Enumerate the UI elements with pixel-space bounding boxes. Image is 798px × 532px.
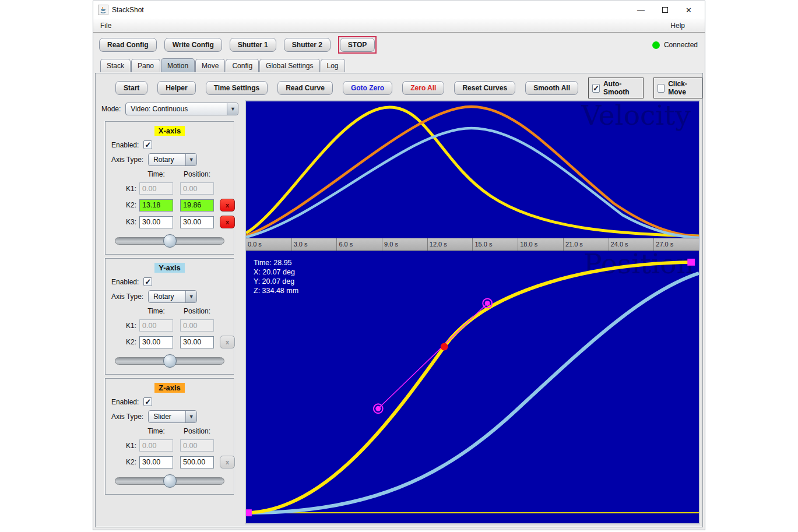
- tab-pano[interactable]: Pano: [131, 59, 160, 72]
- bezier-handle-line: [378, 303, 487, 408]
- app-window: StackShot — ✕ File Help Read Config Writ…: [93, 1, 705, 530]
- read-curve-button[interactable]: Read Curve: [277, 81, 333, 95]
- x-k2-label: K2:: [110, 201, 139, 209]
- minimize-button[interactable]: —: [637, 6, 645, 14]
- time-tick: 24.0 s: [609, 238, 654, 251]
- mode-row: Mode: Video: Continuous ▼: [101, 103, 244, 115]
- readout-y: Y: 20.07 deg: [254, 277, 298, 286]
- tab-log[interactable]: Log: [321, 59, 345, 72]
- x-position-curve[interactable]: [247, 262, 693, 513]
- x-axis-slider[interactable]: [115, 234, 224, 248]
- z-position-curve[interactable]: [247, 273, 699, 513]
- keyframe-point-selected[interactable]: [441, 343, 448, 350]
- tab-move[interactable]: Move: [195, 59, 225, 72]
- x-position-header: Position:: [180, 170, 214, 178]
- shutter-1-button[interactable]: Shutter 1: [230, 38, 276, 52]
- readout-z: Z: 334.48 mm: [254, 286, 298, 295]
- write-config-button[interactable]: Write Config: [164, 38, 222, 52]
- y-axis-slider[interactable]: [115, 354, 224, 368]
- time-tick: 15.0 s: [472, 238, 518, 251]
- time-settings-button[interactable]: Time Settings: [206, 81, 268, 95]
- click-move-checkbox[interactable]: Click-Move: [653, 77, 702, 98]
- x-k3-position-field[interactable]: [180, 216, 214, 228]
- motion-panel: Start Helper Time Settings Read Curve Go…: [95, 73, 703, 527]
- time-tick: 27.0 s: [653, 238, 699, 251]
- z-k2-time-field[interactable]: [139, 456, 173, 468]
- menu-help[interactable]: Help: [670, 22, 698, 30]
- main-tabs: Stack Pano Motion Move Config Global Set…: [93, 57, 705, 72]
- velocity-chart[interactable]: Velocity: [246, 101, 699, 238]
- position-chart[interactable]: Position Time: 28.95 X: 20.07 de: [246, 251, 699, 523]
- x-slider-thumb[interactable]: [163, 234, 177, 248]
- x-k2-remove-button[interactable]: x: [220, 199, 235, 212]
- cursor-readout: Time: 28.95 X: 20.07 deg Y: 20.07 deg Z:…: [254, 258, 298, 295]
- z-axis-panel: Z-axis Enabled: ✓ Axis Type: Slider ▼ Ti…: [105, 378, 234, 495]
- maximize-button[interactable]: [662, 6, 668, 14]
- x-enabled-label: Enabled:: [111, 141, 139, 149]
- y-k2-time-field[interactable]: [139, 336, 173, 348]
- curve-end-marker[interactable]: [687, 259, 695, 266]
- smooth-all-button[interactable]: Smooth All: [525, 81, 578, 95]
- y-k1-time-field: [139, 319, 173, 332]
- top-toolbar: Read Config Write Config Shutter 1 Shutt…: [93, 33, 705, 57]
- z-enabled-label: Enabled:: [111, 398, 139, 406]
- read-config-button[interactable]: Read Config: [99, 38, 157, 52]
- reset-curves-button[interactable]: Reset Curves: [454, 81, 515, 95]
- mode-select[interactable]: Video: Continuous ▼: [125, 103, 238, 115]
- y-k1-label: K1:: [110, 322, 139, 330]
- z-enabled-checkbox[interactable]: ✓: [143, 397, 152, 406]
- mode-value: Video: Continuous: [126, 103, 227, 115]
- z-k1-time-field: [139, 439, 173, 452]
- bezier-handle-point[interactable]: [485, 301, 490, 306]
- tab-stack[interactable]: Stack: [100, 59, 131, 72]
- bezier-handle-point[interactable]: [375, 406, 381, 411]
- window-title: StackShot: [112, 6, 144, 14]
- time-axis: 0.0 s 3.0 s 6.0 s 9.0 s 12.0 s 15.0 s 18…: [246, 238, 699, 251]
- x-k1-time-field: [139, 182, 173, 195]
- z-k1-position-field: [180, 439, 214, 452]
- shutter-2-button[interactable]: Shutter 2: [284, 38, 331, 52]
- start-button[interactable]: Start: [115, 81, 147, 95]
- tab-config[interactable]: Config: [226, 59, 259, 72]
- java-cup-icon: [100, 6, 107, 14]
- x-k3-label: K3:: [110, 218, 139, 226]
- java-app-icon: [98, 5, 108, 15]
- x-enabled-checkbox[interactable]: ✓: [143, 140, 152, 149]
- click-move-label: Click-Move: [668, 80, 698, 96]
- y-slider-thumb[interactable]: [163, 354, 177, 368]
- y-k2-position-field[interactable]: [180, 336, 214, 348]
- menu-bar: File Help: [93, 19, 705, 33]
- x-velocity-curve: [246, 107, 699, 236]
- menu-file[interactable]: File: [100, 22, 111, 30]
- close-button[interactable]: ✕: [685, 6, 692, 14]
- z-k1-label: K1:: [110, 442, 139, 450]
- z-k2-label: K2:: [110, 458, 139, 466]
- connection-status-label: Connected: [664, 41, 698, 49]
- chevron-down-icon: ▼: [185, 291, 196, 302]
- helper-button[interactable]: Helper: [157, 81, 195, 95]
- maximize-icon: [662, 7, 668, 13]
- z-slider-thumb[interactable]: [163, 474, 177, 488]
- x-k3-remove-button[interactable]: x: [220, 216, 235, 228]
- x-axis-type-value: Rotary: [149, 154, 185, 165]
- y-axis-type-value: Rotary: [149, 291, 185, 302]
- goto-zero-button[interactable]: Goto Zero: [343, 81, 392, 95]
- x-k2-time-field[interactable]: [139, 199, 173, 212]
- z-axis-type-select[interactable]: Slider ▼: [148, 410, 197, 423]
- auto-smooth-checkbox[interactable]: ✓ Auto-Smooth: [588, 77, 644, 98]
- curve-start-marker[interactable]: [246, 509, 252, 516]
- x-k2-position-field[interactable]: [180, 199, 214, 212]
- y-enabled-checkbox[interactable]: ✓: [143, 277, 152, 286]
- zero-all-button[interactable]: Zero All: [402, 81, 444, 95]
- tab-motion[interactable]: Motion: [161, 58, 195, 72]
- x-axis-type-select[interactable]: Rotary ▼: [148, 153, 197, 166]
- stop-button[interactable]: STOP: [340, 38, 375, 52]
- auto-smooth-label: Auto-Smooth: [603, 80, 639, 96]
- time-tick: 12.0 s: [427, 238, 473, 251]
- stop-button-highlight: STOP: [338, 36, 377, 54]
- x-k3-time-field[interactable]: [139, 216, 173, 228]
- z-axis-slider[interactable]: [115, 474, 224, 488]
- z-k2-position-field[interactable]: [180, 456, 214, 468]
- y-axis-type-select[interactable]: Rotary ▼: [148, 290, 197, 303]
- tab-global-settings[interactable]: Global Settings: [259, 59, 319, 72]
